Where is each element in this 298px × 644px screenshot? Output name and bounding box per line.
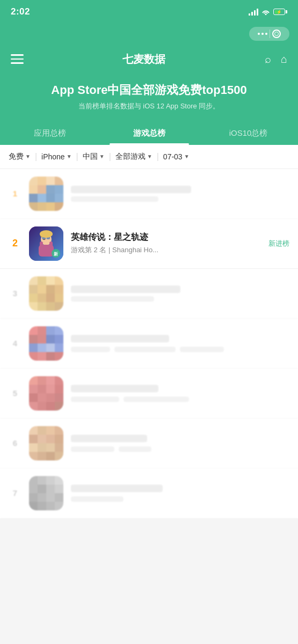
- page-subtitle: 当前榜单排名数据与 iOS 12 App Store 同步。: [11, 101, 287, 111]
- rank-number: 6: [9, 438, 21, 448]
- list-item[interactable]: 3: [0, 269, 298, 319]
- app-name-blur: [71, 286, 180, 293]
- app-sub-blur-2: [114, 347, 176, 352]
- hero-app-art: 新: [29, 226, 63, 261]
- nav-title: 七麦数据: [122, 52, 165, 67]
- app-sub-blur: [71, 296, 154, 302]
- chevron-down-icon: ▼: [67, 153, 72, 159]
- app-sub-blur-1: [71, 397, 119, 402]
- list-item[interactable]: 7: [0, 469, 298, 518]
- tab-ios10-total[interactable]: iOS10总榜: [199, 122, 298, 145]
- page-title: App Store中国全部游戏免费top1500: [11, 83, 287, 98]
- app-sub-blur: [71, 496, 123, 502]
- list-item[interactable]: 5: [0, 369, 298, 419]
- status-bar: 2:02 ⚡: [0, 0, 298, 24]
- filter-device[interactable]: iPhone ▼: [41, 151, 72, 163]
- app-icon: [29, 326, 63, 361]
- rank-number: 1: [9, 189, 21, 198]
- nav-actions: ⌕ ⌂: [265, 53, 287, 65]
- battery-icon: ⚡: [273, 9, 287, 15]
- app-info: [71, 485, 289, 502]
- tab-game-total[interactable]: 游戏总榜: [99, 122, 199, 145]
- home-icon[interactable]: ⌂: [281, 53, 287, 65]
- app-name-blur: [71, 335, 169, 342]
- app-info: [71, 335, 289, 352]
- signal-bars-icon: [249, 8, 258, 16]
- app-info: [71, 385, 289, 402]
- svg-point-8: [40, 230, 53, 238]
- app-sub-blur: [71, 196, 158, 202]
- app-icon: [29, 426, 63, 460]
- wifi-icon: [261, 9, 270, 15]
- filter-region[interactable]: 中国 ▼: [83, 150, 105, 163]
- page-header: App Store中国全部游戏免费top1500 当前榜单排名数据与 iOS 1…: [0, 74, 298, 122]
- app-sub-blur-1: [71, 447, 114, 452]
- search-icon[interactable]: ⌕: [265, 53, 271, 65]
- filter-category[interactable]: 全部游戏 ▼: [115, 150, 152, 163]
- app-sub-blur-3: [180, 347, 223, 352]
- app-sub-blur-2: [123, 397, 189, 402]
- app-info: 英雄传说：星之轨迹 游戏第 2 名 | Shanghai Ho...: [71, 232, 261, 255]
- app-name-blur: [71, 485, 163, 492]
- new-badge: 新进榜: [268, 239, 289, 248]
- rank-number: 3: [9, 289, 21, 298]
- rank-number: 7: [9, 488, 21, 497]
- list-item[interactable]: 6: [0, 419, 298, 469]
- status-icons: ⚡: [249, 8, 287, 16]
- control-pill[interactable]: [249, 27, 289, 41]
- app-icon: [29, 177, 63, 211]
- rank-number: 4: [9, 339, 21, 348]
- app-icon: 新: [29, 226, 63, 261]
- filter-bar: 免费 ▼ | iPhone ▼ | 中国 ▼ | 全部游戏 ▼ | 07-03 …: [0, 145, 298, 169]
- list-item[interactable]: 4: [0, 319, 298, 369]
- app-info: [71, 186, 289, 202]
- app-info: [71, 286, 289, 302]
- app-icon: [29, 376, 63, 411]
- record-icon: [272, 30, 281, 38]
- control-divider: [270, 30, 270, 38]
- rank-number: 2: [9, 238, 21, 249]
- svg-rect-10: [49, 241, 53, 249]
- chevron-down-icon: ▼: [184, 153, 190, 159]
- app-icon: [29, 476, 63, 510]
- app-info: [71, 435, 289, 452]
- filter-date[interactable]: 07-03 ▼: [163, 151, 190, 163]
- filter-free[interactable]: 免费 ▼: [9, 150, 31, 163]
- app-name-blur: [71, 186, 191, 193]
- navbar: 七麦数据 ⌕ ⌂: [0, 44, 298, 74]
- tabs-container: 应用总榜 游戏总榜 iOS10总榜: [0, 122, 298, 145]
- chevron-down-icon: ▼: [99, 153, 105, 159]
- app-list: 1 2: [0, 169, 298, 518]
- status-time: 2:02: [11, 6, 30, 17]
- app-name: 英雄传说：星之轨迹: [71, 232, 261, 243]
- svg-text:新: 新: [54, 251, 58, 257]
- rank-number: 5: [9, 389, 21, 398]
- app-name-blur: [71, 385, 158, 392]
- chevron-down-icon: ▼: [25, 153, 31, 159]
- list-item[interactable]: 2: [0, 219, 298, 269]
- app-sub-blur-2: [119, 447, 151, 452]
- app-name-blur: [71, 435, 147, 442]
- hamburger-menu[interactable]: [11, 54, 24, 64]
- list-item[interactable]: 1: [0, 169, 298, 219]
- control-bar: [0, 24, 298, 44]
- app-sub-blur-1: [71, 347, 110, 352]
- chevron-down-icon: ▼: [147, 153, 152, 159]
- app-icon: [29, 276, 63, 311]
- tab-app-total[interactable]: 应用总榜: [0, 122, 99, 145]
- svg-rect-9: [40, 241, 43, 249]
- app-sub: 游戏第 2 名 | Shanghai Ho...: [71, 245, 261, 255]
- dot-menu-icon: [258, 33, 267, 35]
